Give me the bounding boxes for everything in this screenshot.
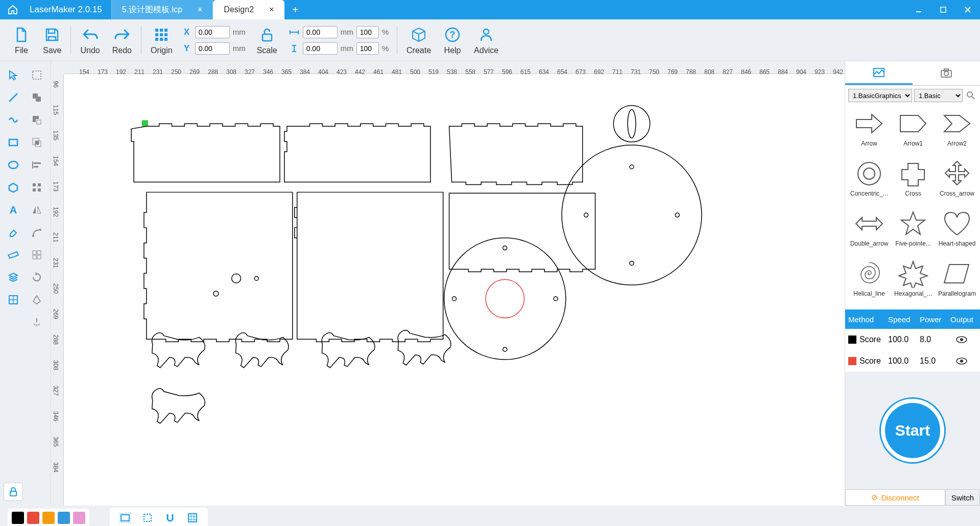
svg-rect-32	[38, 183, 41, 186]
maximize-button[interactable]	[931, 0, 955, 19]
lock-tool[interactable]	[4, 483, 22, 500]
titlebar: LaserMaker 2.0.15 5.设计图模板.lcp × Design2 …	[0, 0, 980, 19]
curve-tool[interactable]	[4, 111, 22, 129]
svg-rect-80	[188, 514, 197, 522]
union-tool[interactable]	[28, 89, 46, 106]
shape-category-select[interactable]: 1.BasicGraphics	[848, 89, 912, 102]
shape-cross_arrow[interactable]: Cross_arrow	[937, 159, 977, 205]
svg-point-69	[967, 92, 972, 97]
y-input[interactable]	[195, 42, 230, 55]
shape-concentric_...[interactable]: Concentric_...	[849, 159, 889, 205]
array-tool[interactable]	[28, 246, 46, 264]
palette-color[interactable]	[42, 512, 55, 524]
svg-text:?: ?	[450, 30, 456, 40]
table-row[interactable]: Score100.015.0	[845, 350, 980, 372]
svg-line-20	[9, 93, 17, 102]
home-icon[interactable]	[5, 0, 20, 19]
tab-template[interactable]: 5.设计图模板.lcp ×	[111, 0, 213, 19]
shape-arrow[interactable]: Arrow	[849, 109, 889, 155]
close-icon[interactable]: ×	[269, 5, 274, 14]
redo-button[interactable]: Redo	[106, 26, 138, 55]
coordinate-inputs: X mm Y mm	[179, 26, 251, 55]
width-pct-input[interactable]	[356, 26, 379, 38]
table-row[interactable]: Score100.08.0	[845, 329, 980, 350]
layers-tool[interactable]	[4, 269, 22, 286]
eraser-tool[interactable]	[4, 224, 22, 241]
measure-tool[interactable]	[4, 246, 22, 264]
shape-arrow2[interactable]: Arrow2	[937, 109, 977, 155]
origin-button[interactable]: Origin	[145, 26, 179, 55]
distribute-tool[interactable]	[28, 179, 46, 196]
close-icon[interactable]: ×	[198, 5, 202, 14]
shape-subcategory-select[interactable]: 1.Basic	[914, 89, 963, 102]
grid-tool[interactable]	[4, 291, 22, 308]
shape-cross[interactable]: Cross	[893, 159, 933, 205]
line-tool[interactable]	[4, 89, 22, 106]
palette-color[interactable]	[27, 512, 39, 524]
palette-color[interactable]	[12, 512, 24, 524]
shape-helical_line[interactable]: Helical_line	[849, 259, 889, 305]
svg-rect-21	[37, 120, 41, 124]
svg-rect-1	[941, 7, 946, 12]
svg-rect-22	[9, 139, 17, 146]
shape-heart-shaped[interactable]: Heart-shaped	[937, 209, 977, 255]
svg-rect-42	[37, 255, 41, 259]
mirror-tool[interactable]	[28, 201, 46, 219]
scale-button[interactable]: Scale	[251, 26, 283, 55]
add-tab-button[interactable]: +	[284, 4, 306, 16]
path-tool[interactable]	[28, 224, 46, 241]
svg-rect-39	[33, 251, 36, 254]
text-tool[interactable]: A	[4, 201, 22, 219]
svg-rect-11	[160, 38, 163, 41]
create-button[interactable]: Create	[400, 26, 437, 55]
marquee-tool[interactable]	[28, 66, 46, 84]
shape-parallelogram[interactable]: Parallelogram	[937, 259, 977, 305]
svg-rect-9	[164, 33, 168, 36]
x-label: X	[184, 27, 192, 37]
svg-point-61	[554, 297, 558, 301]
shape-arrow1[interactable]: Arrow1	[893, 109, 933, 155]
close-button[interactable]	[955, 0, 980, 19]
intersect-tool[interactable]	[28, 134, 46, 151]
select-tool[interactable]	[4, 66, 22, 84]
advice-icon	[477, 26, 495, 44]
rect-tool[interactable]	[4, 134, 22, 151]
minimize-button[interactable]	[906, 0, 931, 19]
undo-button[interactable]: Undo	[74, 26, 106, 55]
grid-toggle[interactable]	[185, 511, 200, 525]
svg-point-50	[232, 274, 241, 283]
fit-tool[interactable]	[118, 511, 132, 525]
save-button[interactable]: Save	[37, 26, 67, 55]
shape-five-pointe...[interactable]: Five-pointe...	[893, 209, 933, 255]
svg-point-60	[452, 297, 457, 301]
canvas[interactable]: mm 1541731922112312502692883083273463653…	[51, 61, 845, 506]
x-input[interactable]	[195, 26, 230, 38]
height-pct-input[interactable]	[356, 42, 379, 55]
advice-button[interactable]: Advice	[468, 26, 505, 55]
tab-camera[interactable]	[913, 61, 980, 85]
zoom-tool[interactable]	[140, 511, 155, 525]
width-input[interactable]	[303, 26, 338, 38]
file-button[interactable]: File	[6, 26, 37, 55]
align-tool[interactable]	[28, 156, 46, 174]
start-button[interactable]: Start	[881, 399, 944, 462]
subtract-tool[interactable]	[28, 111, 46, 129]
palette-color[interactable]	[73, 512, 85, 524]
rotate-tool[interactable]	[28, 269, 46, 286]
laser-tool[interactable]	[28, 314, 46, 331]
search-icon[interactable]	[965, 89, 977, 102]
tab-design2[interactable]: Design2 ×	[213, 0, 284, 19]
svg-point-26	[9, 161, 18, 169]
disconnect-button[interactable]: ⊘ Disconnect	[845, 489, 945, 506]
help-button[interactable]: ? Help	[437, 26, 468, 55]
palette-color[interactable]	[58, 512, 70, 524]
shape-hexagonal_...[interactable]: Hexagonal_...	[893, 259, 933, 305]
tab-shapes[interactable]	[845, 61, 913, 85]
ellipse-tool[interactable]	[4, 156, 22, 174]
switch-button[interactable]: Switch	[945, 489, 980, 506]
snap-tool[interactable]	[163, 511, 177, 525]
height-input[interactable]	[303, 42, 338, 55]
shape-double_arrow[interactable]: Double_arrow	[849, 209, 889, 255]
pen-tool[interactable]	[28, 291, 46, 308]
polygon-tool[interactable]	[4, 179, 22, 196]
